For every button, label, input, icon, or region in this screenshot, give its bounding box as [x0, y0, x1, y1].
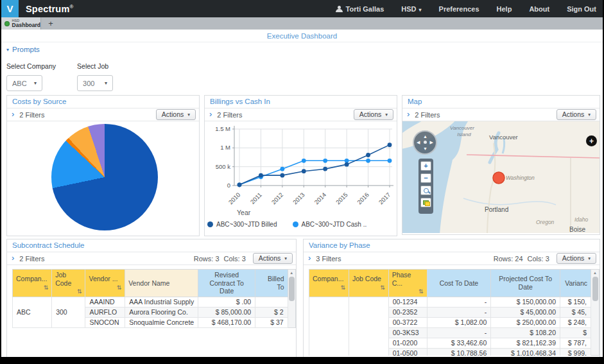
table-scrollbar[interactable]: ▲ [591, 269, 600, 356]
column-header[interactable]: Vendor ...⇅ [85, 270, 125, 297]
legend-item[interactable]: ABC~300~JTD Cash .. [293, 221, 367, 228]
column-header[interactable]: Compan...⇅ [309, 270, 349, 297]
table-cell[interactable]: Aurora Flooring Co. [125, 307, 198, 317]
column-header[interactable]: Job Code⇅ [52, 270, 85, 297]
expand-filters-icon[interactable]: › [407, 110, 410, 118]
expand-filters-icon[interactable]: › [209, 110, 212, 118]
table-cell[interactable]: $ 1,082.00 [427, 317, 491, 327]
table-cell[interactable]: $ 150,000.00 [491, 297, 560, 307]
menu-about[interactable]: About [529, 5, 549, 13]
table-cell[interactable]: 01-0500 [388, 348, 427, 356]
new-tab-button[interactable]: + [41, 17, 60, 30]
table-cell[interactable]: $ 33,462.60 [427, 338, 491, 348]
map-marker[interactable] [493, 172, 505, 184]
pan-left-icon[interactable]: ◀ [417, 140, 420, 144]
actions-button[interactable]: Actions▾ [156, 109, 196, 120]
table-cell[interactable]: AURFLO [85, 307, 125, 317]
select-company-dropdown[interactable]: ABC ▾ [6, 75, 42, 91]
table-cell[interactable]: - [427, 307, 491, 317]
table-cell[interactable] [309, 297, 349, 356]
menu-preferences[interactable]: Preferences [439, 5, 479, 13]
column-header[interactable]: Phase C...⇅ [388, 270, 427, 297]
table-cell[interactable]: 00-3KS3 [388, 327, 427, 338]
table-row[interactable]: ABC300AAAINDAAA Industrial Supply$ .00 [13, 297, 288, 307]
billings-line-chart[interactable]: 0500 k1 M1.5 M20102011201220132014201520… [205, 121, 397, 210]
select-job-dropdown[interactable]: 300 ▾ [77, 75, 113, 91]
layers-button[interactable] [420, 198, 431, 207]
pan-down-icon[interactable]: ▼ [423, 146, 427, 151]
user-menu[interactable]: Torti Gallas [336, 5, 384, 13]
table-scrollbar[interactable]: ▲ [288, 269, 296, 328]
table-cell[interactable]: $ 85,000.00 [198, 307, 255, 317]
expand-filters-icon[interactable]: › [308, 254, 311, 262]
sort-icon[interactable]: ⇅ [340, 284, 345, 291]
table-cell[interactable]: 00-3722 [388, 317, 427, 327]
scroll-up-icon[interactable]: ▲ [593, 270, 597, 275]
pan-right-icon[interactable]: ▶ [430, 140, 433, 144]
actions-button[interactable]: Actions▾ [253, 253, 293, 264]
table-cell[interactable] [255, 297, 288, 307]
table-row[interactable]: 00-1234-$ 150,000.00$ 150, [309, 297, 591, 307]
table-cell[interactable]: - [427, 297, 491, 307]
map-pan-control[interactable]: ▲ ▼ ◀ ▶ [413, 130, 437, 155]
costs-pie-chart[interactable] [51, 124, 158, 230]
table-cell[interactable] [349, 297, 388, 356]
table-cell[interactable]: $ 2 [255, 307, 288, 317]
table-cell[interactable]: $ 108.20 [491, 327, 560, 338]
menu-help[interactable]: Help [497, 5, 512, 13]
table-cell[interactable]: ABC [13, 297, 52, 327]
table-cell[interactable]: $ .00 [198, 297, 255, 307]
sort-icon[interactable]: ⇅ [77, 288, 82, 295]
sort-icon[interactable]: ⇅ [380, 284, 385, 291]
table-cell[interactable]: 00-1234 [388, 297, 427, 307]
scrollbar-thumb[interactable] [289, 277, 295, 301]
sort-icon[interactable]: ⇅ [418, 288, 424, 295]
table-cell[interactable]: $ 45, [560, 307, 591, 317]
sort-icon[interactable]: ⇅ [117, 284, 122, 291]
table-cell[interactable]: $ 821,162.39 [491, 338, 560, 348]
table-cell[interactable]: $ 787, [560, 338, 591, 348]
menu-hsd[interactable]: HSD▾ [401, 5, 421, 13]
actions-button[interactable]: Actions▾ [557, 109, 596, 120]
table-cell[interactable]: $ 1,010,468.34 [491, 348, 560, 356]
table-cell[interactable]: SNOCON [85, 317, 125, 327]
table-cell[interactable]: $ 37 [255, 317, 288, 327]
column-header[interactable]: Compan...⇅ [13, 270, 52, 297]
table-cell[interactable]: 00-2352 [388, 307, 427, 317]
table-cell[interactable]: 01-0200 [388, 338, 427, 348]
table-cell[interactable]: $ 10,788.56 [427, 348, 491, 356]
legend-item[interactable]: ABC~300~JTD Billed [207, 221, 277, 228]
sort-icon[interactable]: ⇅ [44, 284, 49, 291]
actions-button[interactable]: Actions▾ [354, 109, 393, 120]
table-cell[interactable]: $ 248, [560, 317, 591, 327]
prompts-toggle[interactable]: ▾ Prompts [6, 46, 113, 53]
pan-center-icon[interactable] [424, 141, 427, 144]
table-cell[interactable]: Snoqualmie Concrete [125, 317, 198, 327]
table-cell[interactable]: AAA Industrial Supply [125, 297, 198, 307]
map-expand-button[interactable]: + [586, 135, 597, 146]
table-cell[interactable]: $ 150, [560, 297, 591, 307]
table-cell[interactable]: $ 999, [560, 348, 591, 356]
expand-filters-icon[interactable]: › [12, 110, 14, 118]
zoom-out-button[interactable]: − [420, 173, 431, 183]
table-cell[interactable]: $ 250,000.00 [491, 317, 560, 327]
actions-button[interactable]: Actions▾ [557, 253, 596, 264]
table-cell[interactable]: $ 45,000.00 [491, 307, 560, 317]
viewpoint-logo[interactable]: V [1, 0, 19, 17]
zoom-extent-button[interactable] [420, 186, 431, 195]
pan-up-icon[interactable]: ▲ [423, 134, 427, 139]
table-cell[interactable]: 300 [52, 297, 85, 327]
scroll-up-icon[interactable]: ▲ [289, 270, 293, 275]
table-cell[interactable]: $ 468,170.00 [198, 317, 255, 327]
map-canvas[interactable]: Vancouver Island Vancouver Washington Po… [402, 121, 600, 233]
scrollbar-thumb[interactable] [592, 277, 598, 301]
table-cell[interactable]: $ [560, 327, 591, 338]
zoom-in-button[interactable]: + [420, 161, 431, 171]
filters-label: 2 Filters [19, 111, 44, 119]
menu-sign-out[interactable]: Sign Out [567, 5, 596, 13]
tab-dashboard[interactable]: HSD Dashboard [1, 17, 41, 30]
expand-filters-icon[interactable]: › [12, 254, 14, 262]
table-cell[interactable]: AAAIND [85, 297, 125, 307]
table-cell[interactable]: - [427, 327, 491, 338]
column-header[interactable]: Job Code⇅ [349, 270, 388, 297]
